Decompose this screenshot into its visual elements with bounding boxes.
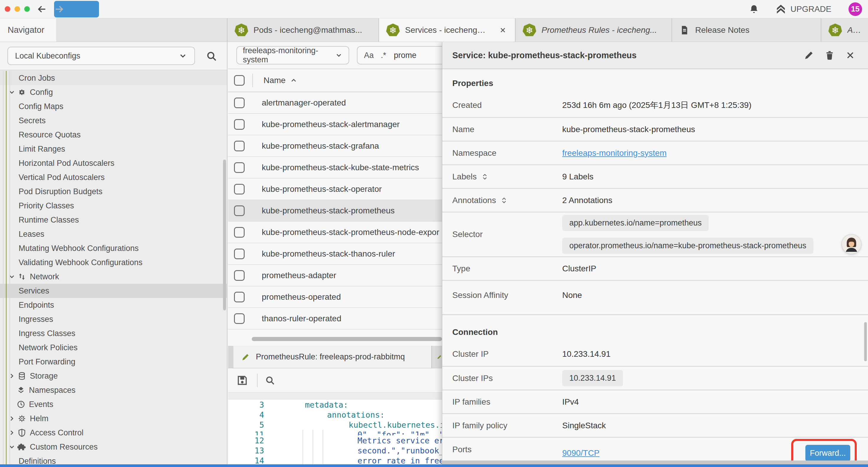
expand-toggle-icon[interactable] [481, 173, 489, 181]
sidebar-item-mutating-webhook-configurations[interactable]: Mutating Webhook Configurations [0, 241, 227, 255]
row-checkbox[interactable] [234, 270, 245, 281]
sidebar-group-storage[interactable]: Storage [0, 369, 227, 383]
sidebar-item-priority-classes[interactable]: Priority Classes [0, 199, 227, 213]
list-toolbar: freeleaps-monitoring-system Aa .* [228, 42, 442, 69]
kubernetes-icon [829, 24, 842, 37]
tab-release-notes[interactable]: Release Notes [672, 18, 821, 42]
sidebar-group-network[interactable]: Network [0, 269, 227, 284]
floppy-icon [236, 375, 248, 386]
dock-tab-next[interactable] [432, 346, 442, 368]
traffic-light-minimize-icon[interactable] [14, 6, 20, 12]
row-checkbox[interactable] [234, 184, 245, 195]
detail-scrollbar[interactable] [864, 322, 867, 361]
table-row[interactable]: prometheus-operated [228, 286, 442, 308]
selector-chip[interactable]: app.kubernetes.io/name=prometheus [562, 215, 709, 231]
delete-button[interactable] [824, 49, 836, 61]
avatar-image [842, 235, 861, 254]
row-checkbox[interactable] [234, 162, 245, 173]
table-row[interactable]: prometheus-adapter [228, 265, 442, 286]
port-link-9090[interactable]: 9090/TCP [562, 448, 599, 458]
connection-row-ip-family-policy: IP family policy SingleStack [442, 413, 868, 437]
yaml-editor[interactable]: 3metadata: 4annotations: 5kubectl.kubern… [228, 400, 442, 467]
sidebar-item-secrets[interactable]: Secrets [0, 114, 227, 128]
sidebar-group-custom-resources[interactable]: Custom Resources [0, 440, 227, 454]
row-checkbox[interactable] [234, 205, 245, 216]
row-checkbox[interactable] [234, 292, 245, 302]
sidebar-item-limit-ranges[interactable]: Limit Ranges [0, 142, 227, 156]
row-checkbox[interactable] [234, 227, 245, 238]
user-avatar[interactable] [842, 235, 861, 254]
chevron-down-icon [335, 51, 343, 59]
table-row[interactable]: kube-prometheus-stack-alertmanager [228, 114, 442, 135]
close-drawer-button[interactable] [845, 49, 857, 61]
selector-chip[interactable]: operator.prometheus.io/name=kube-prometh… [562, 238, 813, 254]
sidebar-item-config-maps[interactable]: Config Maps [0, 99, 227, 114]
sidebar-item-endpoints[interactable]: Endpoints [0, 298, 227, 312]
connection-row-cluster-ip: Cluster IP 10.233.14.91 [442, 342, 868, 366]
dock-tab-prometheusrule[interactable]: PrometheusRule: freeleaps-prod-rabbitmq [234, 346, 432, 368]
namespace-link[interactable]: freeleaps-monitoring-system [562, 148, 666, 157]
row-checkbox[interactable] [234, 249, 245, 259]
notification-count-badge[interactable]: 15 [848, 2, 862, 16]
table-row[interactable]: thanos-ruler-operated [228, 308, 442, 329]
namespace-select[interactable]: freeleaps-monitoring-system [236, 46, 349, 64]
sidebar-item-port-forwarding[interactable]: Port Forwarding [0, 355, 227, 369]
sidebar-item-vertical-pod-autoscalers[interactable]: Vertical Pod Autoscalers [0, 170, 227, 184]
tab-pods[interactable]: Pods - icecheng@mathmas... [227, 18, 379, 42]
tab-services[interactable]: Services - icecheng@math... [379, 18, 516, 42]
sidebar-item-leases[interactable]: Leases [0, 227, 227, 241]
history-forward-button[interactable] [54, 1, 99, 18]
sidebar-item-cron-jobs[interactable]: Cron Jobs [0, 71, 227, 85]
name-column-header[interactable]: Name [264, 76, 286, 85]
traffic-light-zoom-icon[interactable] [24, 6, 30, 12]
sidebar-item-namespaces[interactable]: Namespaces [0, 383, 227, 397]
sidebar-item-validating-webhook-configurations[interactable]: Validating Webhook Configurations [0, 255, 227, 269]
sidebar-item-events[interactable]: Events [0, 397, 227, 411]
sidebar-item-ingresses[interactable]: Ingresses [0, 312, 227, 326]
edit-button[interactable] [804, 49, 815, 61]
tab-argo[interactable]: Argo Se [821, 18, 868, 42]
sidebar-item-services[interactable]: Services [0, 284, 227, 298]
close-tab-icon[interactable] [499, 26, 508, 35]
table-row[interactable]: alertmanager-operated [228, 92, 442, 114]
traffic-light-close-icon[interactable] [5, 6, 10, 12]
sidebar-item-horizontal-pod-autoscalers[interactable]: Horizontal Pod Autoscalers [0, 156, 227, 170]
tab-prometheus-rules[interactable]: Prometheus Rules - icecheng... [516, 18, 672, 42]
history-back-button[interactable] [37, 4, 47, 14]
select-all-checkbox[interactable] [234, 75, 245, 86]
table-row[interactable]: kube-prometheus-stack-kube-state-metrics [228, 157, 442, 178]
bell-icon [749, 4, 759, 14]
row-checkbox[interactable] [234, 97, 245, 108]
sidebar-scrollbar[interactable] [223, 159, 226, 310]
notifications-button[interactable] [749, 4, 760, 15]
kubeconfig-select[interactable]: Local Kubeconfigs [7, 47, 195, 65]
table-row[interactable]: kube-prometheus-stack-grafana [228, 135, 442, 157]
sidebar-group-config[interactable]: Config [0, 85, 227, 99]
match-case-icon[interactable]: Aa [364, 51, 374, 60]
row-checkbox[interactable] [234, 141, 245, 151]
sidebar-item-runtime-classes[interactable]: Runtime Classes [0, 213, 227, 227]
table-row[interactable]: kube-prometheus-stack-operator [228, 178, 442, 200]
forward-port-button[interactable]: Forward... [805, 445, 850, 461]
sidebar-group-access-control[interactable]: Access Control [0, 426, 227, 440]
expand-toggle-icon[interactable] [500, 197, 508, 204]
sidebar-item-pod-disruption-budgets[interactable]: Pod Disruption Budgets [0, 184, 227, 199]
sidebar-group-helm[interactable]: Helm [0, 411, 227, 426]
sidebar-item-ingress-classes[interactable]: Ingress Classes [0, 326, 227, 341]
save-button[interactable] [236, 374, 249, 387]
sidebar-item-network-policies[interactable]: Network Policies [0, 341, 227, 355]
row-checkbox[interactable] [234, 119, 245, 130]
detail-bottom-scroll-track[interactable] [442, 461, 868, 465]
table-row[interactable]: kube-prometheus-stack-prometheus-node-ex… [228, 222, 442, 243]
table-row-selected[interactable]: kube-prometheus-stack-prometheus [228, 200, 442, 222]
pencil-icon [241, 353, 250, 361]
row-checkbox[interactable] [234, 313, 245, 324]
table-row[interactable]: kube-prometheus-stack-thanos-ruler [228, 243, 442, 265]
regex-icon[interactable]: .* [381, 51, 386, 60]
editor-search-button[interactable] [265, 374, 278, 387]
upgrade-button[interactable]: UPGRADE [773, 3, 833, 15]
sidebar-search-button[interactable] [206, 50, 219, 63]
sidebar-item-resource-quotas[interactable]: Resource Quotas [0, 128, 227, 142]
horizontal-scrollbar[interactable] [252, 337, 442, 341]
navigator-panel-tab[interactable]: Navigator [0, 18, 56, 42]
